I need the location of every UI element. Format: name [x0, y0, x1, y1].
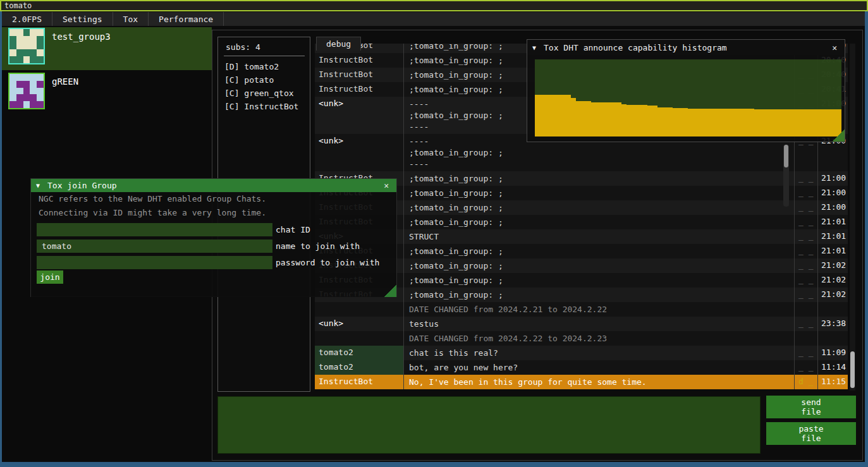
close-icon[interactable]: ✕ [829, 43, 840, 52]
chat-scrollbar-thumb[interactable] [850, 351, 855, 388]
avatar-pixel [30, 81, 37, 88]
avatar-pixel [9, 43, 16, 50]
tab-debug[interactable]: debug [316, 37, 361, 51]
collapse-arrow-icon[interactable]: ▼ [36, 182, 40, 189]
message-timestamp [817, 302, 848, 317]
menu-item-settings[interactable]: Settings [52, 12, 113, 26]
message-timestamp: 21:02 [817, 273, 848, 288]
histogram-window: ▼ Tox DHT announce capability histogram … [527, 39, 845, 142]
tab-label: debug [326, 39, 351, 49]
subs-member[interactable]: [C] potato [218, 73, 310, 87]
window-titlebar[interactable]: tomato [0, 0, 868, 11]
avatar-pixel [16, 101, 23, 108]
message-timestamp: 21:02 [817, 288, 848, 302]
subs-member[interactable]: [C] green_qtox [218, 87, 310, 100]
message-status-flags: _ _ [794, 229, 817, 244]
message-timestamp: 21:01 [817, 215, 848, 229]
chat-id-input[interactable] [37, 223, 272, 236]
join-password-input[interactable] [37, 256, 272, 269]
histogram-bar [657, 107, 663, 136]
histogram-bar [550, 95, 555, 136]
send-file-label: send file [801, 397, 821, 416]
histogram-bar [632, 105, 637, 136]
avatar-pixel [9, 88, 16, 95]
menu-item-2-0fps[interactable]: 2.0FPS [2, 12, 52, 26]
histogram-bar [749, 109, 754, 136]
message-author: InstructBot [315, 375, 403, 389]
chat-scrollbar[interactable] [850, 44, 855, 391]
group-item-test_group3[interactable]: test_group3 [2, 27, 212, 70]
message-status-flags: _ _ [794, 273, 817, 288]
message-author [315, 302, 403, 317]
message-author: <unk> [315, 317, 403, 331]
histogram-bar [606, 102, 611, 136]
resize-handle-icon[interactable] [833, 130, 845, 142]
chat-row[interactable]: InstructBotNo, I've been in this group f… [315, 375, 848, 389]
group-item-gREEN[interactable]: gREEN [2, 72, 212, 115]
message-text: ;tomato_in_group: ; [403, 288, 794, 302]
resize-handle-icon[interactable] [384, 285, 396, 297]
histogram-bar [709, 109, 714, 136]
histogram-bar [535, 95, 540, 136]
app-root: tomato 2.0FPSSettingsToxPerformance test… [0, 0, 868, 467]
avatar-pixel [37, 94, 44, 101]
histogram-bar [795, 109, 800, 136]
message-status-flags: _ _ [794, 346, 817, 360]
histogram-title: Tox DHT announce capability histogram [544, 43, 829, 52]
message-author: tomato2 [315, 346, 403, 360]
send-file-button[interactable]: send file [766, 396, 856, 418]
collapse-arrow-icon[interactable]: ▼ [532, 44, 536, 51]
histogram-bar [693, 109, 698, 136]
chat-row[interactable]: DATE CHANGED from 2024.2.22 to 2024.2.23 [315, 331, 848, 346]
close-icon[interactable]: ✕ [381, 181, 391, 190]
avatar-pixel [9, 74, 16, 81]
histogram-plot [535, 59, 841, 136]
histogram-bar [719, 109, 724, 136]
message-input[interactable] [217, 396, 761, 454]
message-timestamp: 21:00 [817, 186, 848, 200]
group-name-label: gREEN [52, 76, 78, 87]
paste-file-button[interactable]: paste file [766, 422, 856, 445]
menu-item-performance[interactable]: Performance [149, 12, 224, 26]
histogram-bar [816, 109, 821, 136]
histogram-bar [739, 109, 744, 136]
message-author: tomato2 [315, 360, 403, 375]
avatar-pixel [30, 101, 37, 108]
subs-member[interactable]: [D] tomato2 [218, 60, 310, 73]
histogram-bar [785, 109, 790, 136]
histogram-bars [535, 59, 841, 136]
message-text: ;tomato_in_group: ; [403, 273, 794, 288]
join-group-titlebar[interactable]: ▼ Tox join Group ✕ [31, 179, 396, 192]
avatar-pixel [16, 43, 23, 50]
messages-inner-scrollbar[interactable] [783, 145, 789, 207]
message-author [315, 331, 403, 346]
histogram-bar [611, 102, 616, 136]
histogram-bar [688, 109, 693, 136]
avatar-pixel [30, 43, 37, 50]
avatar-pixel [30, 88, 37, 95]
histogram-bar [678, 108, 683, 136]
join-button[interactable]: join [37, 270, 63, 284]
chat-row[interactable]: DATE CHANGED from 2024.2.21 to 2024.2.22 [315, 302, 848, 317]
avatar-pixel [30, 29, 37, 36]
histogram-bar [800, 109, 805, 136]
join-name-input[interactable] [37, 240, 272, 253]
message-author: InstructBot [315, 53, 403, 68]
histogram-bar [647, 106, 652, 136]
chat-row[interactable]: tomato2bot, are you new here?_ _11:14 [315, 360, 848, 375]
chat-row[interactable]: <unk>testus_ _23:38 [315, 317, 848, 331]
histogram-bar [591, 102, 596, 136]
message-timestamp: 11:15 [817, 375, 848, 389]
avatar-pixel [37, 74, 44, 81]
avatar-pixel [30, 56, 37, 63]
message-status-flags: _ _ [794, 215, 817, 229]
message-timestamp: 11:14 [817, 360, 848, 375]
histogram-bar [571, 98, 576, 136]
histogram-titlebar[interactable]: ▼ Tox DHT announce capability histogram … [527, 40, 845, 55]
avatar-pixel [37, 36, 44, 43]
chat-row[interactable]: tomato2chat is this real?_ _11:09 [315, 346, 848, 360]
group-avatar [8, 73, 45, 109]
subs-member[interactable]: [C] InstructBot [218, 100, 310, 113]
menu-item-tox[interactable]: Tox [113, 12, 149, 26]
messages-inner-scrollbar-thumb[interactable] [784, 145, 788, 167]
